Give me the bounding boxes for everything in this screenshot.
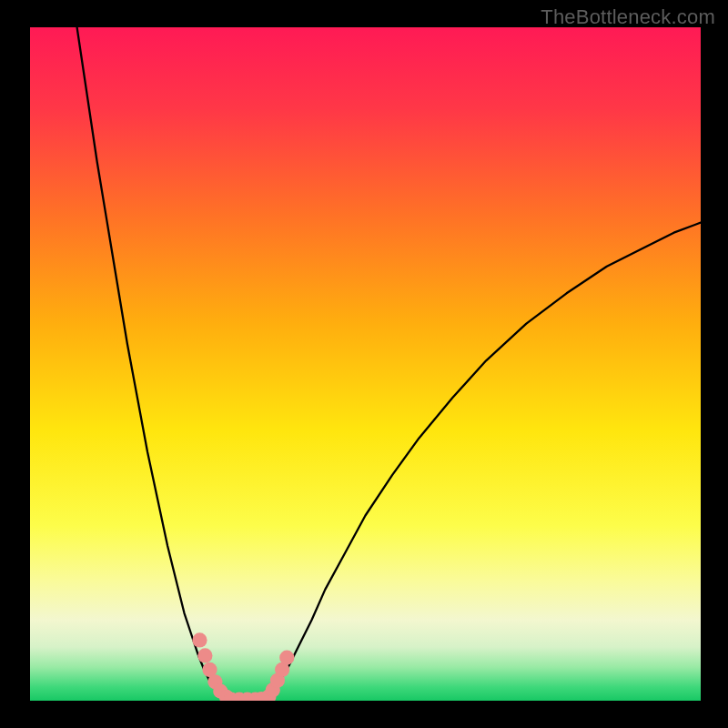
chart-svg <box>30 27 701 701</box>
watermark-text: TheBottleneck.com <box>541 5 715 29</box>
marker-right-dots <box>279 651 294 665</box>
chart-plot-area <box>30 27 701 701</box>
chart-frame: TheBottleneck.com <box>0 0 728 728</box>
marker-left-dots <box>197 648 212 662</box>
marker-left-dots <box>192 632 207 647</box>
